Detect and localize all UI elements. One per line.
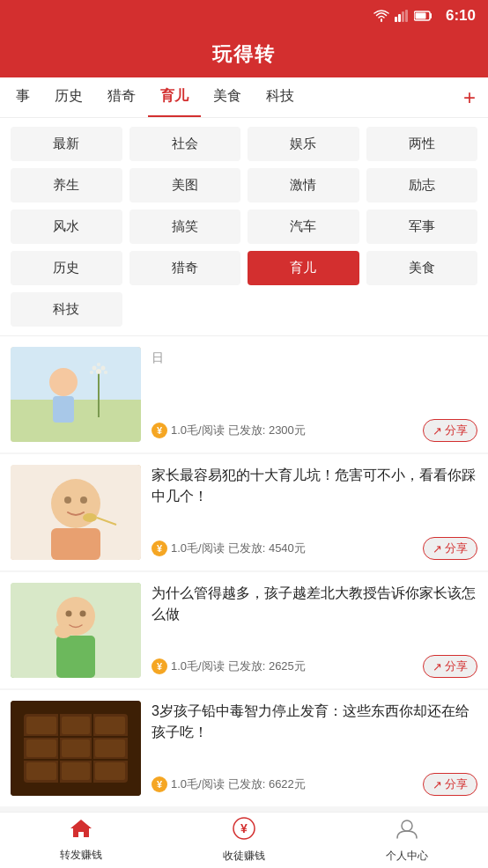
- article-meta-3: ¥ 1.0毛/阅读 已发放: 2625元 ↗ 分享: [152, 655, 477, 678]
- tab-item-food[interactable]: 美食: [201, 77, 254, 118]
- cat-yangsheng[interactable]: 养生: [11, 168, 122, 202]
- svg-rect-39: [95, 717, 125, 734]
- tab-item-news[interactable]: 事: [4, 77, 42, 118]
- svg-point-28: [66, 611, 72, 617]
- share-icon-1: ↗: [433, 424, 442, 438]
- nav-item-forward[interactable]: 转发赚钱: [0, 813, 163, 868]
- cat-meishi[interactable]: 美食: [366, 251, 478, 285]
- cat-yule[interactable]: 娱乐: [248, 127, 359, 161]
- share-button-4[interactable]: ↗ 分享: [423, 773, 477, 796]
- svg-point-12: [96, 369, 101, 374]
- svg-rect-43: [26, 762, 56, 780]
- nav-label-profile: 个人中心: [386, 849, 428, 864]
- svg-rect-40: [26, 739, 56, 757]
- status-time: 6:10: [446, 7, 476, 25]
- svg-point-21: [80, 497, 87, 504]
- cat-gaoxiao[interactable]: 搞笑: [129, 210, 241, 244]
- article-thumbnail-4: [11, 701, 141, 796]
- svg-point-22: [83, 513, 97, 522]
- article-content-2: 家长最容易犯的十大育儿坑！危害可不小，看看你踩中几个！ ¥ 1.0毛/阅读 已发…: [152, 465, 477, 560]
- add-tab-button[interactable]: +: [455, 85, 484, 110]
- svg-rect-8: [11, 400, 141, 442]
- article-image-4: [11, 701, 141, 796]
- article-list: 日 ¥ 1.0毛/阅读 已发放: 2300元 ↗ 分享: [0, 336, 488, 806]
- article-meta-2: ¥ 1.0毛/阅读 已发放: 4540元 ↗ 分享: [152, 537, 477, 560]
- svg-point-20: [64, 497, 71, 504]
- svg-point-9: [49, 368, 78, 396]
- cat-lieqi[interactable]: 猎奇: [129, 251, 241, 285]
- signal-icon: [395, 10, 409, 22]
- svg-rect-3: [405, 10, 408, 22]
- svg-point-30: [55, 624, 72, 638]
- cat-qiche[interactable]: 汽车: [248, 210, 359, 244]
- share-button-1[interactable]: ↗ 分享: [423, 419, 477, 442]
- tab-item-yuer[interactable]: 育儿: [148, 77, 201, 118]
- cat-meitu[interactable]: 美图: [129, 168, 241, 202]
- nav-item-profile[interactable]: 个人中心: [325, 812, 488, 868]
- article-image-2: [11, 465, 141, 560]
- cat-shehui[interactable]: 社会: [129, 127, 241, 161]
- coin-icon-1: ¥: [152, 423, 167, 438]
- svg-rect-5: [415, 13, 425, 19]
- article-reward-4: ¥ 1.0毛/阅读 已发放: 6622元: [152, 776, 306, 792]
- cat-lizhi[interactable]: 励志: [366, 168, 478, 202]
- coin-icon-3: ¥: [152, 658, 167, 674]
- home-icon: [70, 818, 92, 844]
- cat-jiqing[interactable]: 激情: [248, 168, 359, 202]
- wifi-icon: [373, 10, 389, 22]
- svg-rect-10: [53, 396, 74, 423]
- svg-point-16: [104, 371, 107, 374]
- share-icon-2: ↗: [433, 542, 442, 555]
- tab-item-history[interactable]: 历史: [42, 77, 95, 118]
- app-header: 玩得转: [0, 32, 488, 77]
- tab-item-lieqi[interactable]: 猎奇: [95, 77, 148, 118]
- svg-rect-42: [95, 739, 125, 757]
- article-reward-1: ¥ 1.0毛/阅读 已发放: 2300元: [152, 423, 306, 438]
- article-content-3: 为什么管得越多，孩子越差北大教授告诉你家长该怎么做 ¥ 1.0毛/阅读 已发放:…: [152, 583, 477, 678]
- svg-point-29: [80, 611, 86, 617]
- battery-icon: [414, 11, 433, 21]
- article-reward-3: ¥ 1.0毛/阅读 已发放: 2625元: [152, 658, 306, 674]
- article-content-1: 日 ¥ 1.0毛/阅读 已发放: 2300元 ↗ 分享: [152, 347, 477, 442]
- cat-junshi[interactable]: 军事: [366, 210, 478, 244]
- article-title-1: 日: [152, 347, 477, 412]
- app-title: 玩得转: [212, 41, 276, 68]
- category-dropdown: 最新 社会 娱乐 两性 养生 美图 激情 励志 风水 搞笑 汽车 军事 历史 猎…: [0, 118, 488, 336]
- table-row[interactable]: 日 ¥ 1.0毛/阅读 已发放: 2300元 ↗ 分享: [0, 336, 488, 452]
- svg-rect-24: [51, 528, 100, 560]
- article-thumbnail-1: [11, 347, 141, 442]
- home-svg: [70, 818, 92, 839]
- cat-zuixin[interactable]: 最新: [11, 127, 122, 161]
- svg-point-14: [101, 366, 106, 371]
- table-row[interactable]: 家长最容易犯的十大育儿坑！危害可不小，看看你踩中几个！ ¥ 1.0毛/阅读 已发…: [0, 454, 488, 570]
- article-meta-1: ¥ 1.0毛/阅读 已发放: 2300元 ↗ 分享: [152, 419, 477, 442]
- cat-keji[interactable]: 科技: [11, 292, 122, 327]
- share-button-2[interactable]: ↗ 分享: [423, 537, 477, 560]
- cat-lishi[interactable]: 历史: [11, 251, 122, 285]
- yen-icon: ¥: [233, 817, 255, 845]
- article-title-3: 为什么管得越多，孩子越差北大教授告诉你家长该怎么做: [152, 583, 477, 648]
- svg-rect-44: [62, 762, 90, 780]
- cat-liangxing[interactable]: 两性: [366, 127, 478, 161]
- table-row[interactable]: 为什么管得越多，孩子越差北大教授告诉你家长该怎么做 ¥ 1.0毛/阅读 已发放:…: [0, 572, 488, 688]
- share-button-3[interactable]: ↗ 分享: [423, 655, 477, 678]
- article-title-2: 家长最容易犯的十大育儿坑！危害可不小，看看你踩中几个！: [152, 465, 477, 530]
- svg-point-13: [92, 366, 97, 371]
- svg-rect-45: [95, 762, 125, 780]
- cat-yuer-active[interactable]: 育儿: [248, 251, 359, 285]
- yen-svg: ¥: [233, 817, 255, 840]
- nav-item-recruit[interactable]: ¥ 收徒赚钱: [163, 812, 326, 868]
- coin-icon-4: ¥: [152, 776, 167, 792]
- nav-label-forward: 转发赚钱: [60, 848, 102, 863]
- article-thumbnail-3: [11, 583, 141, 678]
- cat-fengshui[interactable]: 风水: [11, 210, 122, 244]
- article-thumbnail-2: [11, 465, 141, 560]
- svg-rect-2: [402, 11, 404, 22]
- bottom-nav: 转发赚钱 ¥ 收徒赚钱 个人中心: [0, 812, 488, 868]
- svg-rect-37: [26, 717, 56, 734]
- status-bar: 6:10: [0, 0, 488, 32]
- table-row[interactable]: 3岁孩子铅中毒智力停止发育：这些东西你却还在给孩子吃！ ¥ 1.0毛/阅读 已发…: [0, 690, 488, 806]
- tab-item-tech[interactable]: 科技: [254, 77, 307, 118]
- article-reward-2: ¥ 1.0毛/阅读 已发放: 4540元: [152, 541, 306, 556]
- svg-rect-1: [398, 14, 401, 22]
